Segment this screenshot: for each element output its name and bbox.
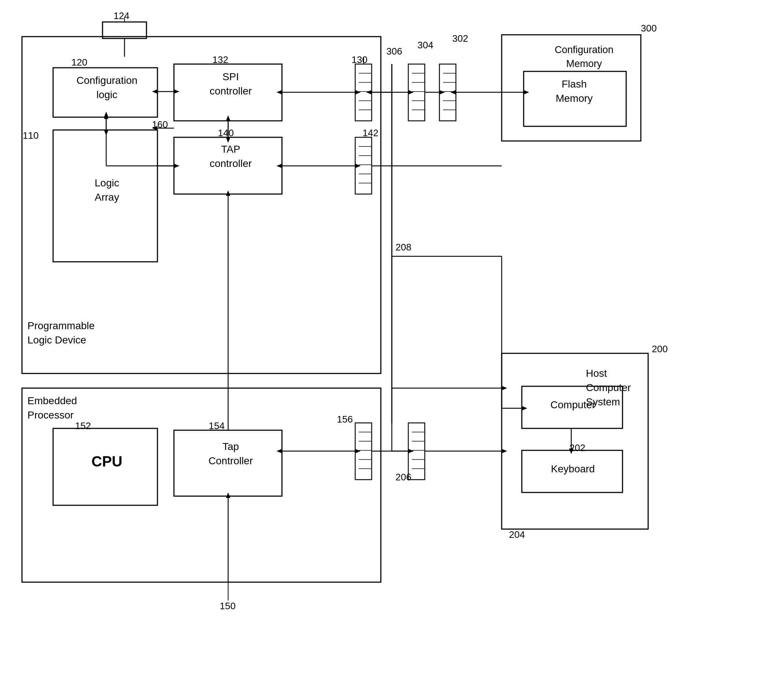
ref-154: 154 bbox=[209, 420, 224, 432]
ref-150: 150 bbox=[220, 601, 235, 612]
svg-marker-55 bbox=[104, 112, 108, 117]
svg-rect-41 bbox=[408, 423, 425, 479]
svg-marker-69 bbox=[439, 90, 445, 95]
svg-marker-63 bbox=[355, 163, 361, 168]
ref-160: 160 bbox=[152, 119, 168, 130]
cpu-label: CPU bbox=[59, 453, 154, 470]
config-logic-label: Configurationlogic bbox=[59, 73, 154, 102]
ref-120: 120 bbox=[72, 57, 87, 68]
svg-marker-88 bbox=[355, 449, 361, 453]
svg-rect-11 bbox=[355, 64, 372, 121]
svg-rect-23 bbox=[355, 423, 372, 479]
config-memory-label: ConfigurationMemory bbox=[527, 43, 641, 71]
svg-marker-81 bbox=[104, 130, 108, 135]
embedded-processor-label: EmbeddedProcessor bbox=[28, 394, 77, 422]
ref-304: 304 bbox=[417, 39, 433, 51]
ref-302: 302 bbox=[452, 33, 468, 44]
pld-label: ProgrammableLogic Device bbox=[28, 319, 95, 347]
svg-marker-72 bbox=[450, 90, 456, 95]
ref-208: 208 bbox=[395, 242, 411, 253]
svg-marker-95 bbox=[502, 449, 507, 453]
host-computer-label: HostComputerSystem bbox=[586, 366, 631, 409]
ref-130: 130 bbox=[352, 54, 367, 65]
svg-marker-91 bbox=[408, 449, 414, 453]
ref-124: 124 bbox=[114, 10, 129, 22]
svg-marker-84 bbox=[226, 115, 230, 121]
svg-marker-66 bbox=[408, 90, 414, 95]
svg-marker-57 bbox=[174, 163, 179, 168]
ref-132: 132 bbox=[212, 54, 228, 65]
ref-142: 142 bbox=[362, 128, 378, 139]
ref-200: 200 bbox=[652, 344, 667, 355]
ref-156: 156 bbox=[337, 414, 353, 425]
svg-marker-82 bbox=[104, 114, 108, 119]
svg-rect-17 bbox=[355, 137, 372, 194]
svg-rect-35 bbox=[439, 64, 456, 121]
svg-marker-86 bbox=[226, 190, 230, 196]
ref-306: 306 bbox=[386, 46, 402, 57]
ref-300: 300 bbox=[641, 23, 656, 34]
tap-controller-lower-label: TapController bbox=[179, 439, 282, 468]
svg-rect-29 bbox=[408, 64, 425, 121]
flash-memory-label: FlashMemory bbox=[527, 77, 622, 106]
ref-206: 206 bbox=[395, 472, 411, 483]
ref-204: 204 bbox=[509, 529, 525, 540]
logic-array-label: LogicArray bbox=[59, 176, 154, 204]
svg-marker-60 bbox=[355, 90, 361, 95]
keyboard-label: Keyboard bbox=[524, 463, 621, 475]
svg-marker-109 bbox=[502, 386, 507, 390]
ref-152: 152 bbox=[75, 420, 91, 432]
svg-marker-67 bbox=[366, 90, 372, 95]
svg-rect-4 bbox=[103, 22, 146, 39]
tap-controller-upper-label: TAPcontroller bbox=[179, 142, 282, 171]
svg-marker-52 bbox=[174, 89, 179, 94]
ref-202: 202 bbox=[569, 442, 585, 454]
diagram-container: 124 120 132 130 306 304 302 300 140 160 … bbox=[0, 0, 784, 677]
spi-controller-label: SPIcontroller bbox=[179, 70, 282, 98]
svg-marker-102 bbox=[226, 492, 230, 498]
ref-110: 110 bbox=[23, 130, 39, 141]
ref-140: 140 bbox=[218, 128, 233, 139]
